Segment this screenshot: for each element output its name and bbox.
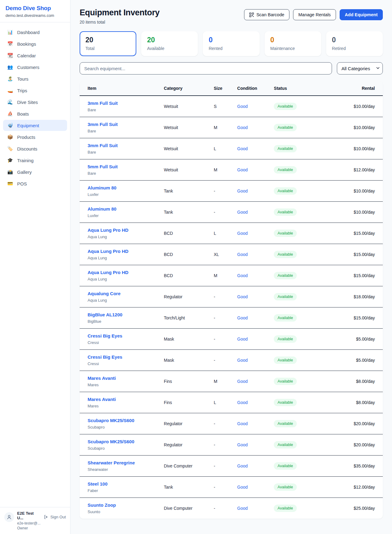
sidebar-item-products[interactable]: 📦 Products (3, 132, 67, 143)
item-name-link[interactable]: 5mm Full Suit (88, 164, 158, 169)
equipment-row: Aqua Lung Pro HD Aqua Lung BCD L Good Av… (80, 223, 383, 244)
stat-value: 0 (270, 36, 315, 44)
category-select[interactable]: All Categories (337, 62, 383, 74)
stat-card-rented[interactable]: 0 Rented (203, 31, 259, 56)
sidebar-item-label: Tours (17, 76, 28, 82)
rental-price: $5.00/day (326, 353, 378, 367)
sidebar-item-discounts[interactable]: 🏷️ Discounts (3, 143, 67, 154)
condition-link[interactable]: Good (237, 485, 248, 490)
item-name-link[interactable]: Aqua Lung Pro HD (88, 227, 158, 233)
condition-link[interactable]: Good (237, 421, 248, 426)
condition-link[interactable]: Good (237, 463, 248, 468)
condition-link[interactable]: Good (237, 379, 248, 384)
item-name-link[interactable]: Suunto Zoop (88, 502, 158, 508)
item-name-link[interactable]: Aluminum 80 (88, 185, 158, 190)
rental-price: $10.00/day (326, 142, 378, 156)
item-size: M (211, 120, 234, 135)
sidebar-item-dive-sites[interactable]: 🌊 Dive Sites (3, 97, 67, 108)
stat-label: Rented (209, 46, 254, 51)
condition-link[interactable]: Good (237, 231, 248, 236)
sidebar-item-calendar[interactable]: 📆 Calendar (3, 50, 67, 61)
item-category: Fins (161, 374, 211, 388)
item-name-link[interactable]: Aluminum 80 (88, 206, 158, 212)
stat-card-maintenance[interactable]: 0 Maintenance (265, 31, 321, 56)
condition-link[interactable]: Good (237, 506, 248, 511)
status-badge: Available (274, 420, 297, 427)
item-name-link[interactable]: 3mm Full Suit (88, 101, 158, 106)
status-badge: Available (274, 462, 297, 470)
rental-price: $12.00/day (326, 163, 378, 177)
condition-link[interactable]: Good (237, 315, 248, 320)
user-box: E2E Test U... e2e-tester@... Owner Sign … (0, 507, 70, 534)
sidebar-item-bookings[interactable]: 📅 Bookings (3, 38, 67, 49)
condition-link[interactable]: Good (237, 189, 248, 193)
item-category: Dive Computer (161, 501, 211, 515)
item-size: - (211, 417, 234, 431)
stat-card-retired[interactable]: 0 Retired (326, 31, 383, 56)
stat-card-available[interactable]: 20 Available (141, 31, 198, 56)
search-input[interactable] (80, 62, 332, 74)
item-name-link[interactable]: Aqua Lung Pro HD (88, 270, 158, 275)
user-meta: E2E Test U... e2e-tester@... Owner (17, 511, 41, 530)
equipment-row: Mares Avanti Mares Fins L Good Available… (80, 392, 383, 413)
item-category: Wetsuit (161, 99, 211, 113)
shop-name[interactable]: Demo Dive Shop (6, 5, 65, 12)
condition-link[interactable]: Good (237, 273, 248, 278)
item-name-link[interactable]: Scubapro MK25/S600 (88, 439, 158, 444)
condition-link[interactable]: Good (237, 210, 248, 215)
sidebar-item-tours[interactable]: 🏝️ Tours (3, 73, 67, 84)
item-name-link[interactable]: Mares Avanti (88, 397, 158, 402)
sidebar-spacer (0, 193, 70, 507)
scan-barcode-button[interactable]: Scan Barcode (244, 9, 289, 20)
column-header-item: Item (85, 81, 161, 95)
item-size: - (211, 311, 234, 325)
items-total-count: 20 items total (80, 20, 160, 25)
equipment-row: 5mm Full Suit Bare Wetsuit M Good Availa… (80, 159, 383, 181)
filters-row: All Categories (80, 62, 383, 74)
item-name-link[interactable]: 3mm Full Suit (88, 143, 158, 148)
add-equipment-button[interactable]: Add Equipment (340, 9, 383, 20)
condition-link[interactable]: Good (237, 252, 248, 257)
rental-price: $35.00/day (326, 459, 378, 473)
condition-link[interactable]: Good (237, 400, 248, 405)
item-name-link[interactable]: Scubapro MK25/S600 (88, 418, 158, 423)
status-badge: Available (274, 166, 297, 174)
stat-card-total[interactable]: 20 Total (80, 31, 136, 56)
sidebar-item-label: Calendar (17, 53, 36, 58)
status-badge: Available (274, 293, 297, 300)
sidebar-item-equipment[interactable]: 🤿 Equipment (3, 120, 67, 131)
sign-out-button[interactable]: Sign Out (44, 515, 66, 519)
item-name-link[interactable]: Cressi Big Eyes (88, 354, 158, 360)
sidebar-item-boats[interactable]: ⛵ Boats (3, 108, 67, 119)
equipment-row: Cressi Big Eyes Cressi Mask - Good Avail… (80, 350, 383, 371)
condition-link[interactable]: Good (237, 167, 248, 172)
condition-link[interactable]: Good (237, 104, 248, 109)
item-category: Regulator (161, 438, 211, 452)
item-name-link[interactable]: Aqualung Core (88, 291, 158, 296)
condition-link[interactable]: Good (237, 337, 248, 341)
item-name-link[interactable]: Cressi Big Eyes (88, 333, 158, 338)
sidebar-item-pos[interactable]: 💳 POS (3, 178, 67, 189)
item-brand: Aqua Lung (88, 256, 158, 260)
condition-link[interactable]: Good (237, 146, 248, 151)
condition-link[interactable]: Good (237, 125, 248, 130)
sidebar-item-trips[interactable]: 🚤 Trips (3, 85, 67, 96)
item-name-link[interactable]: Mares Avanti (88, 376, 158, 381)
item-name-link[interactable]: BigBlue AL1200 (88, 312, 158, 317)
sidebar-item-label: Products (17, 135, 35, 140)
rental-price: $10.00/day (326, 184, 378, 198)
condition-link[interactable]: Good (237, 442, 248, 447)
manage-rentals-button[interactable]: Manage Rentals (293, 9, 336, 20)
sidebar-item-training[interactable]: 🎓 Training (3, 155, 67, 166)
condition-link[interactable]: Good (237, 294, 248, 299)
sidebar-item-label: Discounts (17, 146, 37, 151)
condition-link[interactable]: Good (237, 358, 248, 363)
item-name-link[interactable]: Shearwater Peregrine (88, 460, 158, 465)
sidebar-item-dashboard[interactable]: 📊 Dashboard (3, 27, 67, 38)
item-name-link[interactable]: Aqua Lung Pro HD (88, 249, 158, 254)
item-name-link[interactable]: 3mm Full Suit (88, 122, 158, 127)
sidebar-item-gallery[interactable]: 📸 Gallery (3, 166, 67, 177)
sidebar-item-customers[interactable]: 👥 Customers (3, 62, 67, 73)
status-badge: Available (274, 145, 297, 152)
item-name-link[interactable]: Steel 100 (88, 481, 158, 486)
